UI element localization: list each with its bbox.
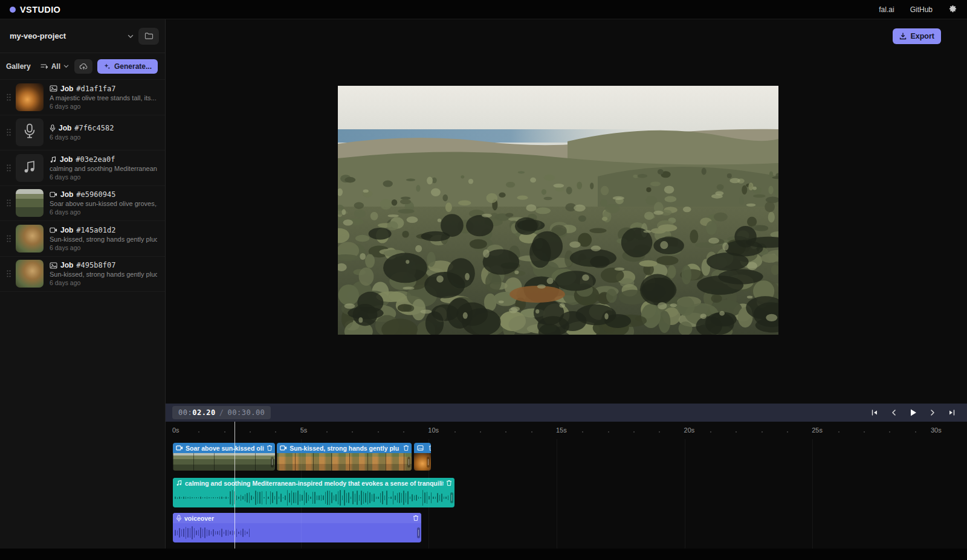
- app-window: VSTUDIO fal.ai GitHub my-veo-project Ga: [0, 0, 967, 560]
- drag-handle-icon[interactable]: [4, 129, 13, 136]
- voiceover-waveform: [173, 523, 421, 542]
- ruler-tick: [659, 431, 660, 433]
- job-thumbnail: [16, 118, 44, 146]
- job-id: #7f6c4582: [74, 124, 114, 132]
- project-selector[interactable]: my-veo-project: [0, 19, 165, 53]
- job-id: #03e2ea0f: [76, 155, 115, 164]
- timeline-ruler[interactable]: 0s5s10s15s20s25s30s: [166, 422, 967, 439]
- ruler-tick: [582, 431, 583, 433]
- video-clip-header: Sun-kissed, strong hands gently plu: [277, 443, 412, 453]
- filter-icon: [40, 63, 48, 69]
- play-button[interactable]: [907, 406, 920, 419]
- job-title: Job: [60, 226, 73, 234]
- timecode-prefix: 00:: [178, 408, 192, 417]
- job-time: 6 days ago: [50, 173, 157, 181]
- video-camera-icon: [280, 445, 287, 451]
- trash-icon[interactable]: [403, 445, 409, 451]
- chevron-down-icon[interactable]: [128, 33, 134, 39]
- chevron-down-icon: [63, 63, 70, 69]
- music-resize-handle[interactable]: [450, 492, 453, 503]
- ruler-tick: [352, 431, 353, 433]
- skip-to-start-button[interactable]: [868, 406, 881, 419]
- ruler-label: 30s: [931, 426, 942, 434]
- brand-name: VSTUDIO: [20, 5, 60, 14]
- job-title: Job: [60, 155, 73, 164]
- step-back-button[interactable]: [887, 406, 901, 419]
- job-description: A majestic olive tree stands tall, its..…: [50, 94, 157, 101]
- music-note-icon: [22, 159, 37, 176]
- music-clip-header: calming and soothing Mediterranean-inspi…: [173, 478, 454, 488]
- open-project-button[interactable]: [138, 28, 159, 45]
- job-item[interactable]: Job #495b8f07 Sun-kissed, strong hands g…: [0, 257, 165, 292]
- playhead[interactable]: [234, 422, 236, 549]
- job-thumbnail: [16, 189, 44, 217]
- job-time: 6 days ago: [50, 103, 157, 110]
- image-icon: [50, 262, 57, 269]
- job-title: Job: [60, 261, 73, 269]
- ruler-tick: [787, 431, 788, 433]
- drag-handle-icon[interactable]: [4, 164, 13, 172]
- job-item[interactable]: Job #145a01d2 Sun-kissed, strong hands g…: [0, 221, 165, 257]
- trash-icon[interactable]: [413, 515, 419, 521]
- upload-button[interactable]: [74, 59, 92, 74]
- job-list: Job #d1af1fa7 A majestic olive tree stan…: [0, 80, 165, 292]
- drag-handle-icon[interactable]: [4, 94, 13, 101]
- ruler-gridline: [429, 439, 429, 549]
- job-thumbnail: [16, 260, 44, 288]
- video-frame: [338, 86, 778, 335]
- ruler-gridline: [812, 439, 813, 549]
- video-clip-label: Sun-kissed, strong hands gently plu: [289, 445, 401, 452]
- job-item[interactable]: Job #03e2ea0f calming and soothing Medit…: [0, 150, 165, 186]
- sidebar: my-veo-project Gallery All: [0, 19, 166, 549]
- cloud-upload-icon: [79, 63, 88, 70]
- link-fal-ai[interactable]: fal.ai: [879, 5, 894, 14]
- topbar-links: fal.ai GitHub: [879, 4, 957, 14]
- job-item[interactable]: Job #e5960945 Soar above sun-kissed oliv…: [0, 186, 165, 222]
- mic-icon: [176, 515, 182, 522]
- ruler-tick: [403, 431, 404, 433]
- job-thumbnail: [16, 225, 44, 253]
- voiceover-resize-handle[interactable]: [417, 527, 420, 538]
- settings-gear-icon[interactable]: [948, 4, 957, 14]
- export-label: Export: [910, 32, 934, 40]
- ruler-tick: [454, 431, 456, 433]
- trash-icon[interactable]: [446, 480, 452, 486]
- drag-handle-icon[interactable]: [4, 199, 13, 207]
- drag-handle-icon[interactable]: [4, 270, 13, 277]
- top-bar: VSTUDIO fal.ai GitHub: [0, 0, 967, 19]
- generate-label: Generate...: [114, 62, 152, 71]
- image-icon: [417, 445, 424, 451]
- job-id: #145a01d2: [76, 226, 115, 234]
- job-description: Soar above sun-kissed olive groves,...: [50, 200, 157, 207]
- drag-handle-icon[interactable]: [4, 235, 13, 242]
- video-clip-label: Soar above sun-kissed olive: [186, 445, 264, 452]
- job-item[interactable]: Job #d1af1fa7 A majestic olive tree stan…: [0, 80, 165, 115]
- ruler-label: 5s: [300, 426, 308, 434]
- job-time: 6 days ago: [50, 244, 157, 251]
- export-button[interactable]: Export: [893, 28, 941, 44]
- video-clip[interactable]: Sun-kissed, strong hands gently plu: [277, 443, 412, 471]
- ruler-tick: [736, 431, 737, 433]
- clip-resize-handle[interactable]: [271, 457, 274, 468]
- ruler-gridline: [301, 439, 302, 549]
- voiceover-clip[interactable]: voiceover: [173, 513, 421, 542]
- music-icon: [50, 156, 57, 163]
- link-github[interactable]: GitHub: [910, 5, 933, 14]
- filter-dropdown[interactable]: All: [40, 62, 70, 71]
- skip-to-end-button[interactable]: [945, 406, 959, 419]
- ruler-label: 15s: [556, 426, 567, 434]
- clip-resize-handle[interactable]: [407, 457, 410, 468]
- job-time: 6 days ago: [50, 208, 157, 216]
- music-clip[interactable]: calming and soothing Mediterranean-inspi…: [173, 478, 454, 507]
- download-icon: [899, 33, 907, 40]
- ruler-label: 25s: [812, 426, 823, 434]
- step-forward-button[interactable]: [926, 406, 939, 419]
- generate-button[interactable]: Generate...: [97, 59, 158, 74]
- video-clip[interactable]: Soar above sun-kissed olive: [173, 443, 275, 471]
- job-id: #495b8f07: [76, 261, 115, 269]
- ruler-tick: [710, 431, 711, 433]
- ruler-label: 20s: [684, 426, 695, 434]
- job-item[interactable]: Job #7f6c4582 6 days ago: [0, 115, 165, 151]
- project-name: my-veo-project: [10, 31, 66, 40]
- trash-icon[interactable]: [267, 445, 273, 451]
